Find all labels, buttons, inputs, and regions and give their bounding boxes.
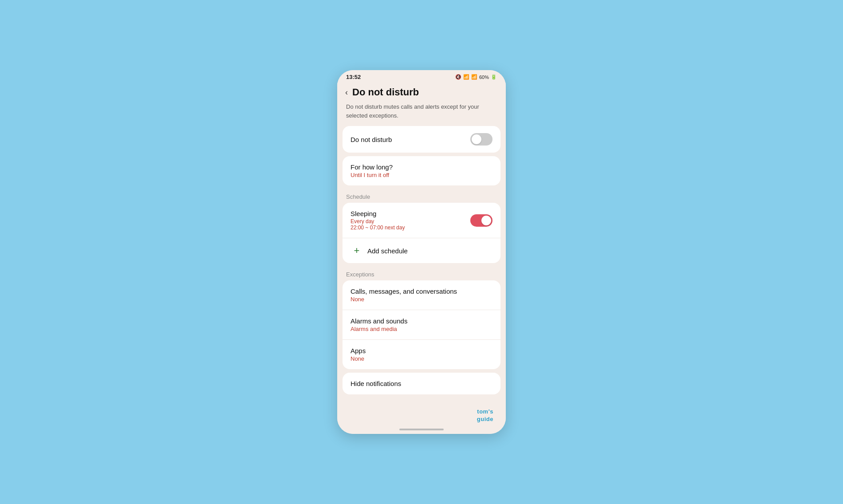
mute-icon: 🔇 (455, 74, 461, 80)
exceptions-card: Calls, messages, and conversations None … (343, 280, 500, 369)
status-icons: 🔇 📶 📶 60% 🔋 (455, 74, 497, 80)
apps-content: Apps None (351, 347, 366, 362)
alarms-sounds-content: Alarms and sounds Alarms and media (351, 317, 407, 332)
alarms-sounds-row[interactable]: Alarms and sounds Alarms and media (343, 310, 500, 340)
for-how-long-sub: Until I turn it off (351, 172, 393, 178)
for-how-long-row[interactable]: For how long? Until I turn it off (343, 156, 500, 185)
apps-row[interactable]: Apps None (343, 340, 500, 369)
calls-messages-content: Calls, messages, and conversations None (351, 287, 457, 303)
sleeping-title: Sleeping (351, 210, 405, 217)
main-toggle-card: Do not disturb (343, 126, 500, 153)
home-indicator (337, 425, 506, 434)
status-bar: 13:52 🔇 📶 📶 60% 🔋 (337, 70, 506, 82)
add-schedule-label: Add schedule (367, 247, 408, 255)
battery-icon: 🔋 (491, 74, 497, 80)
wifi-icon: 📶 (463, 74, 469, 80)
signal-icon: 📶 (471, 74, 477, 80)
hide-notifications-row[interactable]: Hide notifications (343, 373, 500, 394)
calls-messages-row[interactable]: Calls, messages, and conversations None (343, 280, 500, 310)
plus-icon: + (351, 244, 363, 257)
page-description: Do not disturb mutes calls and alerts ex… (337, 101, 506, 126)
page-title: Do not disturb (352, 87, 419, 98)
for-how-long-card: For how long? Until I turn it off (343, 156, 500, 185)
page-header: ‹ Do not disturb (337, 82, 506, 101)
for-how-long-content: For how long? Until I turn it off (351, 163, 393, 178)
do-not-disturb-toggle[interactable] (470, 133, 492, 146)
phone-frame: 13:52 🔇 📶 📶 60% 🔋 ‹ Do not disturb Do no… (337, 70, 506, 434)
hide-notifications-label: Hide notifications (351, 380, 401, 387)
watermark: tom's guide (477, 408, 493, 423)
sleeping-everyday: Every day (351, 218, 405, 224)
alarms-sounds-label: Alarms and sounds (351, 317, 407, 325)
add-schedule-row[interactable]: + Add schedule (343, 238, 500, 263)
apps-label: Apps (351, 347, 366, 354)
watermark-line1: tom's (477, 408, 493, 415)
battery-text: 60% (479, 75, 489, 80)
hide-notifications-card: Hide notifications (343, 373, 500, 394)
sleeping-toggle[interactable] (470, 214, 492, 227)
for-how-long-label: For how long? (351, 163, 393, 171)
home-bar (399, 429, 444, 430)
do-not-disturb-label: Do not disturb (351, 136, 392, 143)
calls-messages-label: Calls, messages, and conversations (351, 287, 457, 295)
back-button[interactable]: ‹ (344, 87, 349, 98)
schedule-section-label: Schedule (337, 189, 506, 203)
status-time: 13:52 (346, 74, 361, 80)
watermark-line2: guide (477, 416, 493, 422)
do-not-disturb-row[interactable]: Do not disturb (343, 126, 500, 153)
sleeping-time: 22:00 ~ 07:00 next day (351, 224, 405, 231)
sleeping-toggle-knob (481, 216, 491, 225)
sleeping-info: Sleeping Every day 22:00 ~ 07:00 next da… (351, 210, 405, 231)
alarms-sounds-sub: Alarms and media (351, 326, 407, 332)
exceptions-section-label: Exceptions (337, 267, 506, 280)
sleeping-row[interactable]: Sleeping Every day 22:00 ~ 07:00 next da… (343, 203, 500, 238)
page-content: ‹ Do not disturb Do not disturb mutes ca… (337, 82, 506, 425)
apps-sub: None (351, 355, 366, 362)
schedule-card: Sleeping Every day 22:00 ~ 07:00 next da… (343, 203, 500, 263)
toggle-knob (472, 134, 481, 144)
calls-messages-sub: None (351, 296, 457, 303)
